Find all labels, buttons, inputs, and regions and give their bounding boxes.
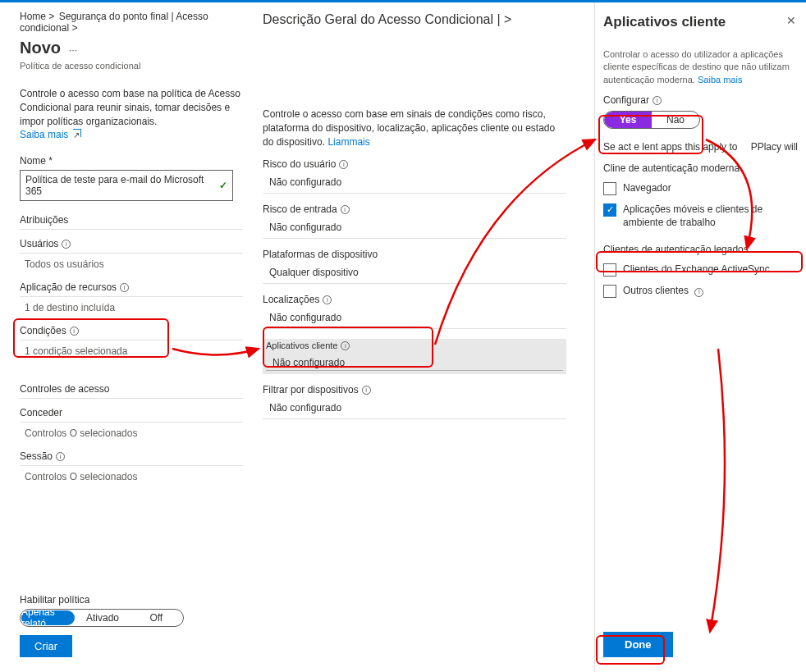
- assignments-head: Atribuições: [20, 214, 243, 230]
- enable-policy-label: Habilitar política: [20, 594, 575, 606]
- enable-policy-toggle[interactable]: Apenas relató Ativado Off: [20, 609, 184, 627]
- browser-label: Navegador: [623, 182, 671, 195]
- legacy-auth-head: Clientes de autenticação legados: [603, 244, 798, 255]
- signin-risk-value: Não configurado: [263, 217, 566, 239]
- conditions-item[interactable]: Condições i: [20, 325, 243, 341]
- platforms-item[interactable]: Plataformas de dispositivo: [263, 249, 566, 262]
- mobile-desktop-label: Aplicações móveis e clientes de ambiente…: [623, 203, 798, 229]
- learn-more-link[interactable]: Saiba mais: [698, 75, 742, 85]
- session-value: Controlos O selecionados: [20, 466, 243, 486]
- users-value: Todos os usuários: [20, 254, 243, 273]
- other-clients-checkbox[interactable]: [603, 285, 616, 298]
- locations-item[interactable]: Localizações i: [263, 294, 566, 307]
- intro-text: Controle o acesso com base na política d…: [20, 87, 243, 142]
- modern-auth-head: Cline de autenticação moderna: [603, 162, 798, 174]
- panel-title: Aplicativos cliente: [603, 14, 798, 30]
- learn-more-link[interactable]: Saiba mais: [20, 129, 68, 140]
- client-apps-item[interactable]: Aplicativos cliente i: [266, 341, 563, 352]
- name-label: Nome *: [20, 155, 243, 167]
- user-risk-item[interactable]: Risco do usuário i: [263, 158, 566, 171]
- locations-value: Não configurado: [263, 307, 566, 329]
- access-controls-head: Controles de acesso: [20, 383, 243, 399]
- conditions-value: 1 condição selecionada: [20, 341, 243, 360]
- apps-value: 1 de destino incluída: [20, 297, 243, 317]
- info-icon: i: [120, 283, 129, 292]
- close-icon[interactable]: ✕: [786, 14, 796, 27]
- toggle-report-only[interactable]: Apenas relató: [21, 610, 75, 625]
- info-icon: i: [341, 205, 350, 214]
- info-icon: i: [694, 288, 703, 297]
- filter-devices-value: Não configurado: [263, 397, 566, 419]
- other-clients-label: Outros clientes i: [623, 285, 703, 298]
- toggle-off[interactable]: Off: [130, 610, 183, 626]
- info-icon: i: [341, 341, 350, 350]
- create-button[interactable]: Criar: [20, 635, 72, 657]
- client-apps-panel: Aplicativos cliente ✕ Controlar o acesso…: [594, 2, 806, 672]
- apps-item[interactable]: Aplicação de recursos i: [20, 281, 243, 297]
- toggle-no[interactable]: Não: [652, 112, 699, 128]
- info-icon: i: [62, 240, 71, 249]
- apply-to-text: Se act e lent apps this apply to PPlacy …: [603, 140, 798, 154]
- page-subtitle: Política de acesso condicional: [20, 61, 243, 71]
- done-button[interactable]: Done: [603, 632, 673, 657]
- info-icon: i: [323, 295, 332, 304]
- info-icon: i: [56, 452, 65, 461]
- name-input[interactable]: Política de teste para e-mail do Microso…: [20, 170, 233, 201]
- client-apps-value: Não configurado: [266, 352, 563, 371]
- eas-checkbox[interactable]: [603, 263, 616, 277]
- users-item[interactable]: Usuários i: [20, 238, 243, 254]
- toggle-yes[interactable]: Yes: [604, 112, 652, 128]
- learn-more-link[interactable]: Liammais: [327, 136, 369, 148]
- panel-description: Controlar o acesso do utilizador a aplic…: [603, 48, 798, 86]
- external-link-icon: ↗: [73, 129, 81, 137]
- page-title: Novo: [20, 39, 61, 57]
- info-icon: i: [339, 160, 348, 169]
- info-icon: i: [70, 327, 79, 336]
- session-item[interactable]: Sessão i: [20, 450, 243, 466]
- platforms-value: Qualquer dispositivo: [263, 262, 566, 284]
- mobile-desktop-checkbox[interactable]: ✓: [603, 203, 616, 217]
- bc-home[interactable]: Home >: [20, 11, 54, 22]
- overview-title: Descrição Geral do Acesso Condicional | …: [263, 12, 511, 27]
- toggle-on[interactable]: Ativado: [76, 610, 129, 626]
- grant-item[interactable]: Conceder: [20, 407, 243, 423]
- more-menu[interactable]: ···: [69, 43, 78, 56]
- info-icon: i: [362, 386, 371, 395]
- signin-risk-item[interactable]: Risco de entrada i: [263, 203, 566, 217]
- grant-value: Controlos O selecionados: [20, 423, 243, 442]
- check-icon: ✓: [219, 180, 227, 191]
- configure-label: Configurar i: [603, 94, 798, 106]
- info-icon: i: [653, 96, 662, 105]
- configure-toggle[interactable]: Yes Não: [603, 111, 700, 129]
- user-risk-value: Não configurado: [263, 171, 566, 194]
- browser-checkbox[interactable]: [603, 182, 616, 195]
- filter-devices-item[interactable]: Filtrar por dispositivos i: [263, 384, 566, 397]
- mid-intro: Controle o acesso com base em sinais de …: [263, 107, 566, 149]
- breadcrumb[interactable]: Home > Segurança do ponto final | Acesso…: [20, 11, 243, 34]
- eas-label: Clientes do Exchange ActiveSync: [623, 263, 770, 277]
